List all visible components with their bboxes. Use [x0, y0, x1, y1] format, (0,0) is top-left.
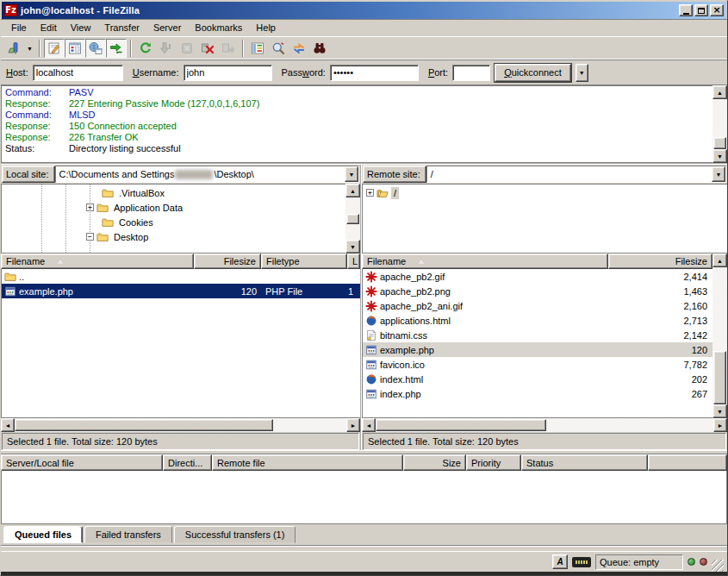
transfer-type-indicator[interactable]: A — [552, 554, 568, 569]
local-path-prefix: C:\Documents and Settings — [59, 169, 175, 179]
toggle-message-log-button[interactable] — [44, 39, 65, 58]
remote-list-scrollbar[interactable]: ▲ ▼ — [712, 254, 727, 418]
scroll-down-button[interactable]: ▼ — [712, 404, 727, 418]
queue-body[interactable] — [1, 471, 727, 524]
expand-plus-icon[interactable]: + — [366, 189, 374, 197]
close-button[interactable]: × — [710, 4, 724, 16]
column-filename[interactable]: Filename — [1, 254, 194, 269]
minimize-button[interactable] — [679, 4, 693, 16]
speed-limits-icon[interactable] — [572, 557, 591, 567]
column-last-modified[interactable]: L — [347, 254, 360, 269]
port-input[interactable] — [452, 65, 490, 81]
menu-bookmarks[interactable]: Bookmarks — [188, 20, 249, 35]
tree-item-root[interactable]: + / — [363, 185, 727, 200]
remote-site-dropdown-arrow[interactable]: ▼ — [712, 166, 725, 182]
file-row[interactable]: index.html202 — [363, 372, 712, 386]
username-input[interactable] — [184, 65, 272, 81]
column-filesize[interactable]: Filesize — [608, 254, 712, 269]
local-site-dropdown-arrow[interactable]: ▼ — [345, 166, 358, 182]
tab-failed-transfers[interactable]: Failed transfers — [84, 526, 172, 543]
file-row[interactable]: favicon.ico7,782 — [363, 357, 712, 372]
remote-list-hscrollbar[interactable]: ◄ ► — [362, 418, 727, 432]
disconnect-button[interactable] — [197, 39, 218, 58]
file-row[interactable]: apache_pb2.png1,463 — [363, 284, 712, 298]
column-filename[interactable]: Filename — [362, 254, 608, 269]
scroll-up-button[interactable]: ▲ — [712, 85, 727, 99]
file-row[interactable]: apache_pb2.gif2,414 — [363, 269, 712, 284]
menu-view[interactable]: View — [64, 20, 98, 35]
host-input[interactable] — [33, 65, 123, 81]
resize-grip[interactable] — [712, 560, 724, 572]
menu-help[interactable]: Help — [249, 20, 283, 35]
file-row-example-php[interactable]: example.php 120 PHP File 1 — [2, 284, 360, 298]
directory-comparison-button[interactable] — [268, 39, 289, 58]
scroll-thumb[interactable] — [376, 419, 546, 431]
scroll-left-button[interactable]: ◄ — [362, 418, 376, 432]
synchronized-browsing-button[interactable] — [289, 39, 309, 58]
log-scrollbar[interactable]: ▲ ▼ — [712, 85, 727, 163]
log-row: Response:226 Transfer OK — [2, 132, 712, 143]
remote-site-combo[interactable]: / ▼ — [426, 166, 726, 183]
site-manager-button[interactable] — [3, 39, 24, 58]
scroll-up-button[interactable]: ▲ — [712, 254, 727, 267]
ascii-type-icon: A — [557, 557, 563, 567]
local-site-combo[interactable]: C:\Documents and Settings\Desktop\ ▼ — [55, 166, 359, 183]
file-row[interactable]: index.php267 — [363, 386, 712, 401]
local-file-list: Filename Filesize Filetype L .. example.… — [1, 254, 362, 450]
refresh-button[interactable] — [135, 39, 156, 58]
scroll-thumb[interactable] — [346, 214, 359, 224]
menu-transfer[interactable]: Transfer — [97, 20, 146, 35]
site-manager-dropdown[interactable]: ▼ — [24, 39, 35, 58]
scroll-right-button[interactable]: ► — [346, 418, 360, 432]
scroll-thumb[interactable] — [713, 137, 726, 149]
binoculars-icon — [313, 41, 327, 55]
column-filetype[interactable]: Filetype — [261, 254, 347, 269]
toggle-local-tree-button[interactable] — [65, 39, 85, 58]
scroll-right-button[interactable]: ► — [713, 418, 727, 432]
column-filesize[interactable]: Filesize — [194, 254, 261, 269]
tree-item-desktop[interactable]: − Desktop — [2, 229, 345, 244]
maximize-button[interactable] — [694, 4, 708, 16]
toggle-remote-tree-button[interactable] — [85, 39, 106, 58]
expand-plus-icon[interactable]: + — [86, 203, 94, 211]
scroll-up-button[interactable]: ▲ — [345, 184, 360, 197]
tree-item-application-data[interactable]: + Application Data — [2, 200, 345, 215]
find-files-button[interactable] — [309, 39, 330, 58]
scroll-down-button[interactable]: ▼ — [345, 240, 360, 254]
quickconnect-dropdown[interactable]: ▼ — [576, 64, 588, 82]
css-file-icon — [364, 329, 378, 341]
column-server-local-file[interactable]: Server/Local file — [1, 454, 163, 471]
menu-server[interactable]: Server — [146, 20, 188, 35]
quickconnect-button[interactable]: Quickconnect — [495, 64, 571, 82]
scroll-thumb[interactable] — [15, 419, 273, 431]
local-site-label: Local site: — [2, 166, 55, 183]
file-row-selected[interactable]: example.php120 — [363, 342, 712, 357]
apache-feather-icon — [364, 300, 378, 312]
column-priority[interactable]: Priority — [466, 454, 521, 471]
local-tree-scrollbar[interactable]: ▲ ▼ — [345, 184, 360, 254]
scroll-left-button[interactable]: ◄ — [1, 418, 15, 432]
file-row[interactable]: apache_pb2_ani.gif2,160 — [363, 298, 712, 313]
local-pane: Local site: C:\Documents and Settings\De… — [1, 165, 362, 254]
column-remote-file[interactable]: Remote file — [212, 454, 403, 471]
file-row[interactable]: applications.html2,713 — [363, 313, 712, 328]
file-row[interactable]: bitnami.css2,142 — [363, 328, 712, 342]
password-input[interactable] — [330, 65, 419, 81]
directory-listing-filters-button[interactable] — [247, 39, 268, 58]
column-status[interactable]: Status — [521, 454, 648, 471]
column-size[interactable]: Size — [403, 454, 466, 471]
tab-queued-files[interactable]: Queued files — [3, 526, 83, 543]
tree-item-cookies[interactable]: Cookies — [2, 215, 345, 229]
scroll-down-button[interactable]: ▼ — [712, 149, 727, 163]
tree-item-virtualbox[interactable]: .VirtualBox — [2, 185, 345, 200]
tab-successful-transfers[interactable]: Successful transfers (1) — [174, 526, 296, 543]
column-direction[interactable]: Directi... — [163, 454, 212, 471]
title-bar[interactable]: Fz john@localhost - FileZilla × — [2, 2, 726, 19]
file-row-parent-dir[interactable]: .. — [2, 269, 360, 284]
collapse-minus-icon[interactable]: − — [86, 233, 94, 241]
menu-edit[interactable]: Edit — [34, 20, 64, 35]
menu-file[interactable]: File — [4, 20, 34, 35]
toggle-transfer-queue-button[interactable] — [106, 39, 127, 58]
local-list-hscrollbar[interactable]: ◄ ► — [1, 418, 360, 432]
scroll-thumb[interactable] — [713, 351, 726, 404]
